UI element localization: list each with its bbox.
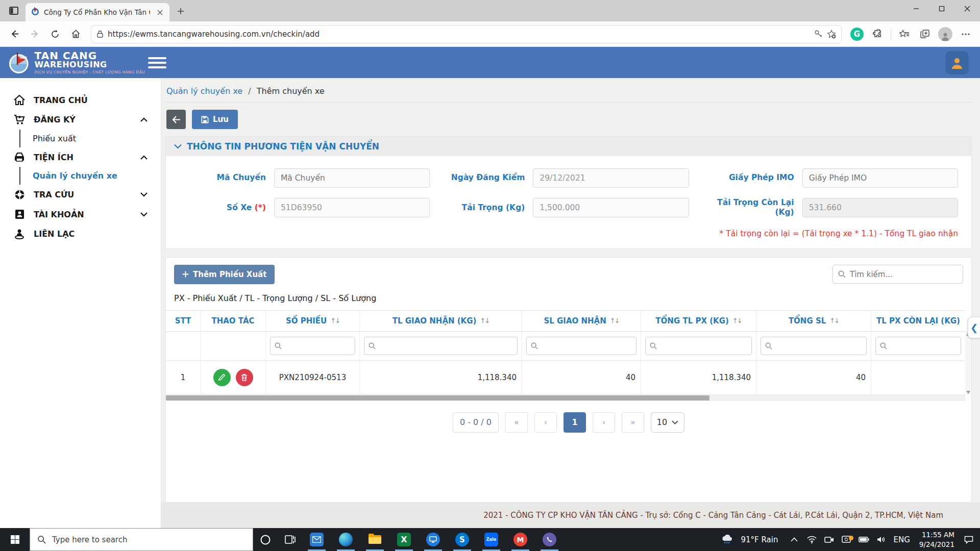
action-center-icon[interactable] bbox=[961, 536, 977, 544]
clock[interactable]: 11:55 AM 9/24/2021 bbox=[914, 530, 960, 548]
so-xe-field[interactable] bbox=[274, 198, 430, 217]
user-account-button[interactable] bbox=[945, 51, 969, 74]
home-icon[interactable] bbox=[66, 25, 85, 43]
window-minimize-button[interactable] bbox=[903, 0, 929, 17]
side-panel-toggle[interactable]: ❮ bbox=[968, 317, 980, 338]
filter-tl-px-con-lai-input[interactable] bbox=[875, 337, 961, 355]
password-key-icon[interactable] bbox=[814, 30, 823, 38]
url-bar[interactable]: https://ewms.tancangwarehousing.com.vn/c… bbox=[91, 25, 842, 43]
giay-phep-imo-field[interactable] bbox=[802, 168, 958, 188]
taskbar-app-gmail[interactable]: M bbox=[506, 528, 535, 551]
sort-icon[interactable]: ↑↓ bbox=[610, 317, 619, 324]
scrollbar-thumb[interactable] bbox=[166, 395, 709, 400]
taskbar-app-zalo[interactable]: Zalo bbox=[477, 528, 506, 551]
column-header-stt[interactable]: STT bbox=[166, 311, 201, 332]
taskbar-app-edge[interactable] bbox=[331, 528, 360, 551]
column-header-thao-tac[interactable]: THAO TÁC bbox=[201, 311, 266, 332]
column-header-tong-tl-px[interactable]: TỔNG TL PX (KG)↑↓ bbox=[641, 311, 756, 332]
sort-icon[interactable]: ↑↓ bbox=[829, 317, 839, 324]
add-phieu-xuat-button[interactable]: Thêm Phiếu Xuất bbox=[174, 265, 275, 284]
tab-actions-menu-icon[interactable] bbox=[5, 2, 22, 19]
column-header-so-phieu[interactable]: SỐ PHIẾU↑↓ bbox=[266, 311, 360, 332]
table-search-input[interactable] bbox=[850, 270, 958, 279]
filter-tl-giao-nhan-input[interactable] bbox=[364, 337, 518, 355]
taskbar-app-file-explorer[interactable] bbox=[360, 528, 389, 551]
tab-close-icon[interactable] bbox=[154, 7, 165, 18]
save-button[interactable]: Lưu bbox=[192, 110, 238, 129]
filter-so-phieu-input[interactable] bbox=[270, 337, 355, 355]
column-header-sl-giao-nhan[interactable]: SL GIAO NHẬN↑↓ bbox=[522, 311, 641, 332]
browser-tab[interactable]: Công Ty Cổ Phần Kho Vận Tân Cả bbox=[26, 3, 169, 21]
filter-tong-sl-input[interactable] bbox=[761, 337, 867, 355]
sidebar-item-tien-ich[interactable]: TIỆN ÍCH bbox=[0, 147, 161, 167]
ma-chuyen-field[interactable] bbox=[274, 168, 430, 188]
pagination-prev-button[interactable]: ‹ bbox=[534, 412, 557, 433]
browser-menu-dots-icon[interactable] bbox=[957, 25, 975, 43]
scroll-down-icon[interactable] bbox=[966, 391, 970, 394]
edit-row-button[interactable] bbox=[213, 369, 231, 386]
refresh-icon[interactable] bbox=[46, 25, 64, 43]
app-header: SNP TAN CANG WAREHOUSING DỊCH VỤ CHUYÊN … bbox=[0, 47, 980, 78]
back-button[interactable] bbox=[166, 110, 186, 129]
filter-tong-tl-px-input[interactable] bbox=[645, 337, 752, 355]
back-icon[interactable] bbox=[5, 25, 23, 43]
forward-icon[interactable] bbox=[26, 25, 44, 43]
column-header-tl-giao-nhan[interactable]: TL GIAO NHẬN (KG)↑↓ bbox=[360, 311, 522, 332]
tray-chevron-up-icon[interactable] bbox=[786, 537, 802, 542]
favorites-bar-icon[interactable] bbox=[895, 25, 914, 43]
pagination-next-button[interactable]: › bbox=[593, 412, 615, 433]
volume-icon[interactable] bbox=[873, 536, 889, 543]
add-favorite-icon[interactable] bbox=[827, 30, 836, 39]
company-logo[interactable]: SNP TAN CANG WAREHOUSING DỊCH VỤ CHUYÊN … bbox=[7, 51, 145, 74]
table-search-box[interactable] bbox=[832, 265, 963, 284]
pagination-page-1[interactable]: 1 bbox=[564, 412, 586, 433]
start-button[interactable] bbox=[0, 528, 30, 551]
task-view-button[interactable] bbox=[278, 528, 302, 551]
column-header-tl-px-con-lai[interactable]: TL PX CÒN LẠI (KG) bbox=[871, 311, 965, 332]
window-maximize-button[interactable] bbox=[929, 0, 954, 17]
horizontal-scrollbar[interactable] bbox=[166, 395, 965, 401]
meet-now-icon[interactable] bbox=[821, 536, 837, 543]
taskbar-app-excel[interactable]: X bbox=[389, 528, 419, 551]
delete-row-button[interactable] bbox=[236, 369, 253, 386]
grammarly-extension-icon[interactable]: G bbox=[848, 25, 866, 43]
tai-trong-con-lai-field[interactable] bbox=[802, 198, 958, 217]
pagination-first-button[interactable]: « bbox=[505, 412, 528, 433]
sidebar-item-tra-cuu[interactable]: TRA CỨU bbox=[0, 185, 161, 205]
wifi-icon[interactable] bbox=[803, 536, 820, 543]
language-indicator[interactable]: ENG bbox=[890, 535, 913, 544]
sidebar-item-dang-ky[interactable]: ĐĂNG KÝ bbox=[0, 110, 161, 130]
weather-widget[interactable]: 91°F Rain bbox=[717, 535, 785, 545]
taskbar-app-viber[interactable] bbox=[535, 528, 564, 551]
taskbar-app-skype[interactable]: S bbox=[448, 528, 477, 551]
taskbar-app-mail[interactable] bbox=[302, 528, 331, 551]
vehicle-info-header[interactable]: THÔNG TIN PHƯƠNG TIỆN VẬN CHUYỂN bbox=[166, 137, 971, 156]
filter-sl-giao-nhan-input[interactable] bbox=[526, 337, 636, 355]
sidebar-item-tai-khoan[interactable]: TÀI KHOẢN bbox=[0, 205, 161, 224]
sidebar-item-trang-chu[interactable]: TRANG CHỦ bbox=[0, 90, 161, 110]
sidebar-subitem-phieu-xuat[interactable]: Phiếu xuất bbox=[20, 130, 161, 147]
window-close-button[interactable] bbox=[954, 0, 980, 17]
tai-trong-field[interactable] bbox=[533, 198, 689, 217]
sidebar-item-lien-lac[interactable]: LIÊN LẠC bbox=[0, 224, 161, 244]
sync-status-icon[interactable] bbox=[838, 536, 854, 543]
sort-icon[interactable]: ↑↓ bbox=[480, 317, 489, 324]
cortana-button[interactable] bbox=[253, 528, 278, 551]
new-tab-button[interactable] bbox=[174, 4, 188, 18]
sidebar-subitem-quan-ly-chuyen-xe[interactable]: Quản lý chuyến xe bbox=[20, 167, 161, 185]
ngay-dang-kiem-field[interactable] bbox=[533, 168, 689, 188]
hamburger-menu-icon[interactable] bbox=[148, 55, 166, 70]
pagination-last-button[interactable]: » bbox=[622, 412, 644, 433]
vertical-scrollbar[interactable] bbox=[965, 332, 971, 395]
breadcrumb-parent-link[interactable]: Quản lý chuyến xe bbox=[166, 86, 242, 96]
sort-icon[interactable]: ↑↓ bbox=[330, 317, 339, 324]
extensions-puzzle-icon[interactable] bbox=[868, 25, 887, 43]
column-header-tong-sl[interactable]: TỔNG SL↑↓ bbox=[756, 311, 871, 332]
profile-avatar[interactable] bbox=[936, 25, 954, 43]
page-size-select[interactable]: 10 bbox=[651, 412, 684, 433]
taskbar-app-remote[interactable] bbox=[419, 528, 448, 551]
taskbar-search-box[interactable]: Type here to search bbox=[30, 528, 253, 551]
sort-icon[interactable]: ↑↓ bbox=[732, 317, 742, 324]
battery-icon[interactable] bbox=[855, 537, 872, 542]
collections-icon[interactable] bbox=[916, 25, 934, 43]
